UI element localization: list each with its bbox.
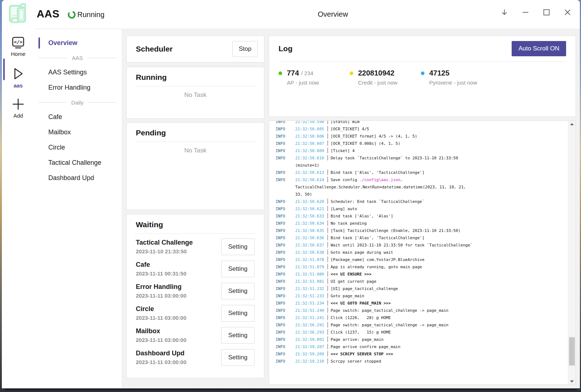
waiting-task-list: Tactical Challenge2023-11-10 21:33:50Set… [127, 234, 264, 368]
nav-item-error-handling[interactable]: Error Handling [34, 82, 122, 94]
log-line: INFO21:32:50.606[OCR_TICKET format] 4/5 … [276, 133, 568, 140]
nav-menu: OverviewAASAAS SettingsError HandlingDai… [34, 29, 122, 390]
nav-item-label: Mailbox [34, 128, 71, 136]
nav-item-mailbox[interactable]: Mailbox [34, 126, 122, 138]
plus-icon [11, 97, 25, 111]
log-line: INFO21:32:50.621[Lang] auto [276, 205, 568, 213]
nav-item-label: Tactical Challenge [34, 159, 101, 167]
task-next-run-time: 2023-11-11 03:00:00 [136, 315, 186, 321]
log-line: INFO21:32:50.633Bind task ['Alas', 'Alas… [276, 213, 568, 220]
rail-item-add[interactable]: Add [2, 89, 34, 119]
active-indicator-bar [38, 37, 40, 49]
stat-value: 220810942 [358, 69, 394, 77]
code-window-icon: </> [11, 36, 25, 49]
nav-section-daily: Daily [34, 97, 122, 108]
nav-section-label: AAS [72, 55, 83, 61]
setting-button-tactical-challenge[interactable]: Setting [221, 238, 255, 255]
stat-credit: 220810942Credit - just now [350, 69, 421, 86]
log-line: INFO21:32:50.638Goto main page during wa… [276, 249, 568, 256]
log-line: INFO21:32:50.634No task pending [276, 220, 568, 227]
setting-button-error-handling[interactable]: Setting [221, 283, 255, 299]
play-icon [12, 66, 25, 81]
task-next-run-time: 2023-11-11 03:00:00 [136, 359, 186, 365]
log-line: INFO21:32:50.620Scheduler: End task `Tac… [276, 198, 568, 205]
nav-item-overview[interactable]: Overview [34, 37, 122, 49]
stat-ap: 774/ 234AP - just now [279, 69, 350, 86]
active-indicator-bar [3, 58, 5, 80]
svg-text:</>: </> [14, 39, 23, 45]
auto-scroll-button[interactable]: Auto Scroll ON [512, 41, 566, 56]
stat-max: / 234 [301, 70, 313, 76]
running-empty-text: No Task [127, 91, 264, 99]
task-name: Error Handling [136, 283, 186, 291]
log-line: INFO21:32:50.607[OCR_TICKET 0.008s] (4, … [276, 140, 568, 147]
nav-section-aas: AAS [34, 52, 122, 63]
stat-dot-icon [279, 72, 282, 75]
update-download-button[interactable] [497, 5, 512, 20]
setting-button-cafe[interactable]: Setting [221, 261, 255, 277]
task-name: Tactical Challenge [136, 239, 193, 246]
app-window: AAS Running Overview [2, 0, 580, 390]
log-line: INFO21:32:56.291Page switch: page_tactic… [276, 322, 568, 329]
stop-button[interactable]: Stop [232, 41, 258, 57]
log-line: INFO21:32:50.636Bind task ['Alas', 'Tact… [276, 234, 568, 242]
app-logo-icon [5, 3, 30, 26]
waiting-task-row: Cafe2023-11-11 00:31:50Setting [136, 258, 255, 280]
nav-item-tactical-challenge[interactable]: Tactical Challenge [34, 157, 122, 169]
nav-item-circle[interactable]: Circle [34, 142, 122, 154]
setting-button-mailbox[interactable]: Setting [221, 327, 255, 344]
minimize-button[interactable] [518, 5, 533, 20]
scrollbar-thumb[interactable] [569, 337, 575, 366]
taskbar-edge [2, 388, 580, 390]
log-line: INFO21:32:50.609[Ticket] 4 [276, 147, 568, 155]
running-title: Running [136, 73, 167, 81]
icon-rail: </> Home aas Add [2, 29, 35, 390]
scrollbar-down-arrow[interactable] [568, 378, 576, 384]
nav-item-dashboard-upd[interactable]: Dashboard Upd [34, 172, 122, 184]
waiting-task-row: Circle2023-11-11 03:00:00Setting [136, 302, 255, 324]
window-page-title: Overview [318, 10, 390, 19]
log-line: INFO21:32:50.613Bind task ['Alas', 'Tact… [276, 169, 568, 176]
log-lines: INFO21:32:50.598[Status] WININFO21:32:50… [269, 121, 568, 365]
maximize-button[interactable] [539, 5, 554, 20]
nav-item-cafe[interactable]: Cafe [34, 111, 122, 123]
nav-item-label: Circle [34, 144, 65, 151]
download-arrow-icon [500, 8, 508, 16]
log-line: INFO21:32:50.614Save config ./config\aas… [276, 176, 568, 184]
waiting-task-row: Mailbox2023-11-11 03:00:00Setting [136, 324, 255, 346]
log-line: INFO21:32:51.078[Package_name] com.Yosta… [276, 256, 568, 264]
scrollbar-up-arrow[interactable] [568, 121, 576, 127]
scheduler-title: Scheduler [136, 45, 173, 53]
log-line: INFO21:32:50.635[Task] TacticalChallenge… [276, 227, 568, 234]
nav-item-aas-settings[interactable]: AAS Settings [34, 66, 122, 78]
pending-empty-text: No Task [127, 147, 264, 154]
log-line: INFO21:32:59.207Page arrive confirm page… [276, 343, 568, 351]
task-next-run-time: 2023-11-11 03:00:00 [136, 293, 186, 299]
log-line: INFO21:32:50.598[Status] WIN [276, 121, 568, 126]
setting-button-circle[interactable]: Setting [221, 305, 255, 322]
task-name: Cafe [136, 261, 186, 269]
log-line: 33, 50) [276, 191, 568, 198]
log-line: INFO21:32:51.233Goto page_main [276, 293, 568, 300]
title-bar: AAS Running Overview [2, 0, 580, 29]
log-title: Log [279, 44, 292, 53]
rail-item-home[interactable]: </> Home [2, 29, 34, 57]
setting-button-dashboard-upd[interactable]: Setting [221, 349, 255, 366]
rail-label-home: Home [11, 51, 25, 57]
stat-label: Pyroxene - just now [429, 79, 492, 86]
log-line: INFO21:32:51.081UI get current page [276, 278, 568, 285]
log-line: INFO21:32:59.210Scrcpy server stopped [276, 358, 568, 365]
log-console[interactable]: INFO21:32:50.598[Status] WININFO21:32:50… [269, 121, 576, 385]
stat-dot-icon [421, 72, 424, 75]
log-scrollbar[interactable] [568, 121, 576, 384]
pending-title: Pending [136, 128, 166, 137]
nav-item-label: Dashboard Upd [34, 174, 94, 182]
close-button[interactable] [560, 5, 575, 20]
log-line: INFO21:32:50.610Delay task `TacticalChal… [276, 155, 568, 162]
stat-value: 774 [287, 69, 299, 77]
nav-item-label: Overview [34, 39, 77, 47]
rail-label-add: Add [13, 113, 23, 119]
rail-item-aas[interactable]: aas [2, 57, 34, 89]
log-line: INFO21:32:50.637Wait until 2023-11-10 21… [276, 242, 568, 249]
waiting-card: Waiting Tactical Challenge2023-11-10 21:… [126, 214, 264, 378]
